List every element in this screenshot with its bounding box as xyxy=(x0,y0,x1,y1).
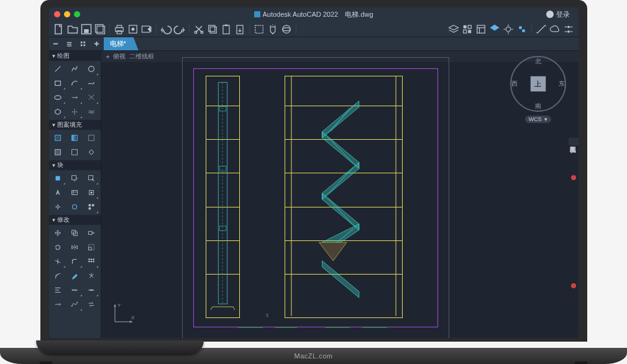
draworder-button[interactable] xyxy=(488,23,501,35)
arc-tool[interactable] xyxy=(66,76,83,90)
select-button[interactable] xyxy=(253,23,265,35)
layer-states-button[interactable] xyxy=(461,23,474,35)
hatch-tool[interactable] xyxy=(50,131,66,145)
viewcube-top-face[interactable]: 上 xyxy=(530,76,546,92)
cut-button[interactable] xyxy=(193,23,205,35)
maximize-button[interactable] xyxy=(74,11,80,17)
viewcube-north[interactable]: 北 xyxy=(535,57,541,66)
create-block-tool[interactable] xyxy=(66,171,83,185)
wcs-badge[interactable]: WCS▾ xyxy=(525,116,551,123)
ellipse-tool[interactable] xyxy=(50,91,66,104)
tab-list-button[interactable] xyxy=(63,37,76,50)
pan-button[interactable] xyxy=(267,23,279,35)
mirror-tool[interactable] xyxy=(66,240,83,254)
modify-section-header[interactable]: ▼修改 xyxy=(49,215,101,225)
boundary-tool[interactable] xyxy=(83,131,99,145)
sync-attributes-tool[interactable] xyxy=(66,200,83,214)
properties-button[interactable] xyxy=(475,23,487,35)
window-title: Autodesk AutoCAD 2022 电梯.dwg xyxy=(254,10,373,19)
lengthen-tool[interactable] xyxy=(50,298,66,311)
view-perspective[interactable]: 俯视 xyxy=(113,52,126,61)
active-document-tab[interactable]: 电梯* xyxy=(104,37,139,50)
polyline-tool[interactable] xyxy=(66,62,83,76)
block-editor-tool[interactable] xyxy=(83,186,99,199)
viewcube-south[interactable]: 南 xyxy=(535,102,541,111)
measure-button[interactable] xyxy=(535,23,547,35)
publish-button[interactable] xyxy=(140,23,153,35)
cloud-button[interactable] xyxy=(549,23,561,35)
align-tool[interactable] xyxy=(50,283,66,297)
edit-block-tool[interactable] xyxy=(83,171,99,185)
utilities-button[interactable] xyxy=(502,23,515,35)
viewcube-east[interactable]: 东 xyxy=(559,80,565,88)
block-section-header[interactable]: ▼块 xyxy=(49,160,101,170)
settings-button[interactable] xyxy=(562,23,575,35)
redo-button[interactable] xyxy=(173,23,186,35)
trim-tool[interactable] xyxy=(50,255,66,268)
ray-tool[interactable] xyxy=(66,91,83,104)
view-wireframe[interactable]: 二维线框 xyxy=(129,52,154,61)
saveas-button[interactable] xyxy=(94,23,106,35)
helix-tool[interactable] xyxy=(83,105,99,119)
orbit-button[interactable] xyxy=(280,23,293,35)
erase-tool[interactable] xyxy=(66,269,83,283)
gradient-tool[interactable] xyxy=(66,131,83,145)
polygon-tool[interactable] xyxy=(50,105,66,119)
login-button[interactable]: 登录 xyxy=(542,9,574,20)
viewcube-west[interactable]: 西 xyxy=(511,80,518,88)
new-file-button[interactable] xyxy=(53,23,65,35)
xline-tool[interactable] xyxy=(83,91,99,104)
nav-marker-2[interactable] xyxy=(571,283,576,288)
rectangle-tool[interactable] xyxy=(50,76,66,90)
set-base-point-tool[interactable] xyxy=(50,200,66,214)
tab-add-button[interactable] xyxy=(90,37,104,50)
ucs-icon: X Y xyxy=(111,301,136,328)
region-tool[interactable] xyxy=(50,145,66,159)
reverse-tool[interactable] xyxy=(83,298,99,311)
offset-tool[interactable] xyxy=(50,269,66,283)
fillet-tool[interactable] xyxy=(66,255,83,268)
break-tool[interactable] xyxy=(66,283,83,297)
plot-preview-button[interactable] xyxy=(127,23,139,35)
copy-tool[interactable] xyxy=(66,226,83,240)
save-button[interactable] xyxy=(80,23,93,35)
open-file-button[interactable] xyxy=(66,23,79,35)
close-button[interactable] xyxy=(54,11,60,17)
explode-tool[interactable] xyxy=(83,269,99,283)
define-attributes-tool[interactable] xyxy=(50,186,66,199)
nav-marker-1[interactable] xyxy=(571,175,576,180)
move-tool[interactable] xyxy=(50,226,66,240)
edit-polyline-tool[interactable] xyxy=(66,298,83,311)
spline-tool[interactable] xyxy=(83,76,99,90)
undo-button[interactable] xyxy=(160,23,172,35)
drawing-canvas[interactable]: + 俯视 二维线框 xyxy=(101,51,579,338)
view-plus[interactable]: + xyxy=(106,53,110,60)
manage-attributes-tool[interactable] xyxy=(66,186,83,199)
hatch-section-header[interactable]: ▼图案填充 xyxy=(49,120,101,130)
layer-button[interactable] xyxy=(447,23,460,35)
tab-minus-button[interactable] xyxy=(49,37,63,50)
viewcube[interactable]: 上 北 南 东 西 WCS▾ xyxy=(510,56,566,124)
point-tool[interactable] xyxy=(66,105,83,119)
join-tool[interactable] xyxy=(83,283,99,297)
svg-rect-79 xyxy=(219,226,226,231)
copy-button[interactable] xyxy=(206,23,219,35)
print-button[interactable] xyxy=(113,23,126,35)
minimize-button[interactable] xyxy=(64,11,70,17)
array-tool[interactable] xyxy=(83,255,99,268)
tab-grid-button[interactable] xyxy=(76,37,90,50)
paste-special-button[interactable] xyxy=(234,23,246,35)
rotate-tool[interactable] xyxy=(50,240,66,254)
paste-button[interactable] xyxy=(220,23,232,35)
wipeout-tool[interactable] xyxy=(66,145,83,159)
draw-section-header[interactable]: ▼绘图 xyxy=(49,51,101,61)
count-tool[interactable] xyxy=(83,200,99,214)
stretch-tool[interactable] xyxy=(83,226,99,240)
revcloud-tool[interactable] xyxy=(83,145,99,159)
insert-block-tool[interactable] xyxy=(50,171,66,185)
group-button[interactable] xyxy=(516,23,528,35)
right-side-panel-tab[interactable]: 图层和视图 xyxy=(569,138,579,145)
circle-tool[interactable] xyxy=(83,62,99,76)
line-tool[interactable] xyxy=(50,62,66,76)
scale-tool[interactable] xyxy=(83,240,99,254)
